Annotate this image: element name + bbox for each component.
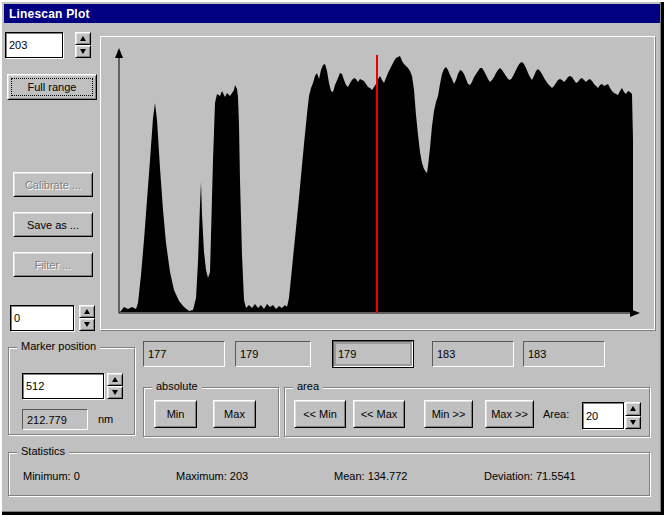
- spin-up-icon: [630, 406, 636, 411]
- marker-position-spinner: [107, 373, 123, 399]
- area-group: area << Min << Max Min >> Max >> Area: 2…: [284, 387, 650, 437]
- offset-spin-down-button[interactable]: [79, 318, 95, 331]
- statistic-maximum: Maximum: 203: [176, 470, 248, 482]
- area-max-left-button[interactable]: << Max: [353, 400, 405, 428]
- y-axis-arrow-icon: [115, 48, 123, 58]
- area-max-right-button[interactable]: Max >>: [485, 400, 534, 428]
- area-size-value: 20: [586, 410, 598, 422]
- area-spin-down-button[interactable]: [625, 416, 641, 430]
- value-field-1[interactable]: 177: [143, 341, 225, 367]
- window-title: Linescan Plot: [9, 7, 90, 21]
- absolute-max-button[interactable]: Max: [213, 400, 256, 428]
- linescan-plot-area[interactable]: [100, 36, 655, 330]
- value-field-2-text: 179: [240, 348, 258, 360]
- value-field-1-text: 177: [148, 348, 166, 360]
- statistics-group-label: Statistics: [17, 445, 69, 457]
- wavelength-field: 212.779: [22, 409, 88, 430]
- value-field-5[interactable]: 183: [523, 341, 605, 367]
- area-min-left-label: << Min: [303, 408, 337, 420]
- linescan-svg: [101, 37, 654, 329]
- absolute-max-label: Max: [224, 408, 245, 420]
- statistic-mean: Mean: 134.772: [334, 470, 407, 482]
- area-size-spinner: [625, 402, 641, 429]
- full-range-button[interactable]: Full range: [7, 74, 97, 100]
- scale-value: 203: [9, 39, 27, 51]
- spin-up-icon: [84, 309, 90, 314]
- area-min-left-button[interactable]: << Min: [294, 400, 346, 428]
- absolute-min-button[interactable]: Min: [154, 400, 197, 428]
- offset-value: 0: [14, 312, 20, 324]
- marker-spin-down-button[interactable]: [107, 386, 123, 399]
- spin-up-icon: [80, 36, 86, 41]
- statistic-minimum: Minimum: 0: [23, 470, 80, 482]
- offset-spinner: [79, 305, 95, 331]
- scale-spin-up-button[interactable]: [75, 32, 91, 45]
- spin-down-icon: [112, 390, 118, 395]
- area-min-right-label: Min >>: [432, 408, 466, 420]
- spin-down-icon: [84, 322, 90, 327]
- value-field-4[interactable]: 183: [432, 341, 514, 367]
- value-field-3-selected[interactable]: 179: [333, 341, 413, 367]
- marker-position-value: 512: [26, 380, 44, 392]
- titlebar[interactable]: Linescan Plot: [4, 4, 660, 23]
- marker-position-input[interactable]: 512: [22, 373, 104, 399]
- spin-down-icon: [630, 420, 636, 425]
- area-group-label: area: [293, 380, 323, 392]
- spin-down-icon: [80, 49, 86, 54]
- wavelength-unit-label: nm: [98, 413, 113, 425]
- scale-spinner: [75, 32, 91, 58]
- value-field-5-text: 183: [528, 348, 546, 360]
- marker-position-group: Marker position 512 212.779 nm: [8, 347, 135, 435]
- absolute-group-label: absolute: [152, 380, 202, 392]
- value-field-3-text: 179: [338, 348, 356, 360]
- filter-button[interactable]: Filter ...: [13, 252, 93, 277]
- scale-input[interactable]: 203: [5, 32, 63, 58]
- area-size-label: Area:: [543, 408, 569, 420]
- spin-up-icon: [112, 377, 118, 382]
- area-max-right-label: Max >>: [491, 408, 528, 420]
- absolute-min-label: Min: [167, 408, 185, 420]
- marker-spin-up-button[interactable]: [107, 373, 123, 386]
- wavelength-value: 212.779: [27, 414, 67, 426]
- area-spin-up-button[interactable]: [625, 402, 641, 416]
- statistic-deviation: Deviation: 71.5541: [484, 470, 576, 482]
- linescan-plot-window: Linescan Plot 203 Full range Calibrate .…: [0, 0, 664, 515]
- x-axis-arrow-icon: [630, 309, 640, 317]
- offset-spin-up-button[interactable]: [79, 305, 95, 318]
- value-field-2[interactable]: 179: [235, 341, 311, 367]
- value-field-4-text: 183: [437, 348, 455, 360]
- calibrate-label: Calibrate ...: [25, 179, 81, 191]
- filter-label: Filter ...: [35, 259, 72, 271]
- offset-input[interactable]: 0: [10, 305, 74, 331]
- save-as-label: Save as ...: [27, 219, 79, 231]
- marker-position-group-label: Marker position: [17, 340, 100, 352]
- absolute-group: absolute Min Max: [143, 387, 279, 437]
- save-as-button[interactable]: Save as ...: [13, 212, 93, 237]
- area-max-left-label: << Max: [361, 408, 398, 420]
- area-min-right-button[interactable]: Min >>: [424, 400, 473, 428]
- statistics-group: Statistics Minimum: 0 Maximum: 203 Mean:…: [8, 452, 650, 496]
- area-size-input[interactable]: 20: [582, 402, 624, 429]
- scale-spin-down-button[interactable]: [75, 45, 91, 58]
- full-range-label: Full range: [28, 81, 77, 93]
- calibrate-button[interactable]: Calibrate ...: [13, 172, 93, 197]
